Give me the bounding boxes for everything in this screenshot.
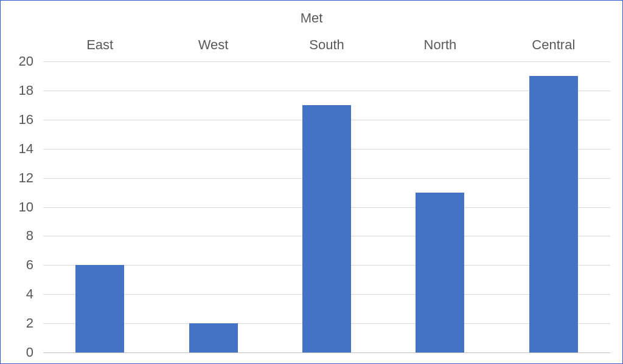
x-axis-baseline (43, 352, 610, 353)
bar-slot (497, 61, 610, 352)
category-label: Central (497, 37, 610, 55)
y-tick-label: 16 (19, 112, 33, 128)
bar-south (302, 105, 351, 352)
category-label: East (43, 37, 156, 55)
category-label: North (383, 37, 496, 55)
y-tick-label: 0 (26, 345, 33, 360)
bar-slot (156, 61, 270, 352)
y-tick-label: 2 (26, 315, 33, 331)
plot-area (43, 61, 610, 352)
chart-container: Met East West South North Central 0 2 4 … (0, 0, 623, 364)
y-tick-label: 14 (19, 141, 33, 157)
bar-west (189, 323, 238, 352)
bar-slot (270, 61, 383, 352)
bar-east (75, 265, 124, 352)
chart-title: Met (1, 10, 622, 26)
bars-layer (43, 61, 610, 352)
y-tick-label: 6 (26, 257, 33, 273)
y-axis-ticks: 0 2 4 6 8 10 12 14 16 18 20 (1, 61, 37, 352)
bar-slot (43, 61, 156, 352)
bar-north (416, 193, 464, 352)
category-label: South (270, 37, 383, 55)
y-tick-label: 20 (19, 53, 33, 69)
category-labels-row: East West South North Central (43, 37, 610, 55)
y-tick-label: 18 (19, 83, 33, 98)
category-label: West (156, 37, 270, 55)
y-tick-label: 12 (19, 170, 33, 186)
bar-central (529, 76, 578, 352)
y-tick-label: 4 (26, 286, 33, 302)
bar-slot (383, 61, 496, 352)
y-tick-label: 10 (19, 199, 33, 215)
y-tick-label: 8 (26, 228, 33, 244)
